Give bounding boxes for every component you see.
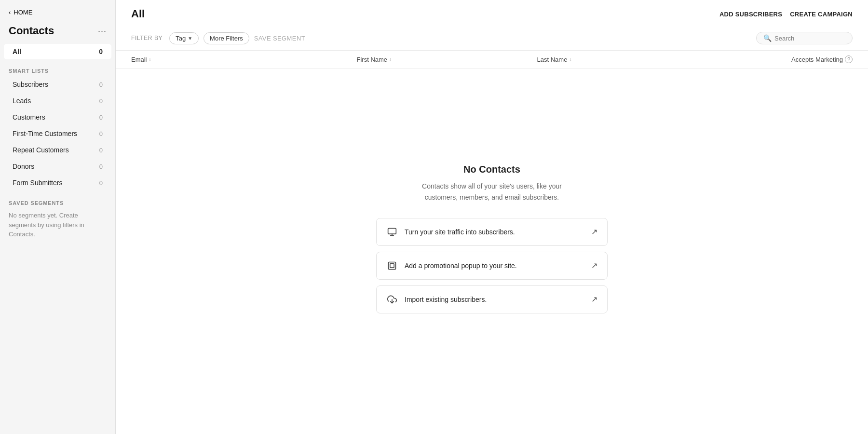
- sidebar-back-label: HOME: [14, 9, 32, 16]
- marketing-column-header: Accepts Marketing ?: [718, 55, 853, 63]
- sidebar-all-count: 0: [99, 48, 103, 55]
- saved-segments-desc: No segments yet. Create segments by usin…: [0, 209, 115, 244]
- search-wrapper: 🔍: [756, 32, 853, 44]
- sidebar-all-label: All: [13, 48, 21, 55]
- lastname-col-label: Last Name: [537, 56, 568, 63]
- empty-state-title: No Contacts: [463, 164, 520, 175]
- sidebar-item-label: First-Time Customers: [13, 130, 77, 137]
- back-chevron-icon: ‹: [9, 9, 11, 16]
- tag-filter-label: Tag: [176, 35, 186, 42]
- empty-state-description: Contacts show all of your site's users, …: [410, 181, 574, 203]
- marketing-col-label: Accepts Marketing: [791, 56, 843, 63]
- action-card-monitor-icon[interactable]: Turn your site traffic into subscribers.…: [376, 218, 608, 246]
- action-card-left: Add a promotional popup to your site.: [386, 261, 517, 271]
- action-card-left: Import existing subscribers.: [386, 295, 487, 304]
- search-icon: 🔍: [763, 34, 772, 42]
- sidebar-menu-icon[interactable]: ···: [98, 26, 107, 36]
- table-header: Email ↕ First Name ↕ Last Name ↕ Accepts…: [116, 51, 868, 68]
- saved-segments-label: SAVED SEGMENTS: [0, 191, 115, 209]
- sidebar-item-count: 0: [99, 163, 103, 170]
- sidebar-title: Contacts: [9, 25, 54, 37]
- main-content: All ADD SUBSCRIBERS CREATE CAMPAIGN FILT…: [116, 0, 868, 434]
- search-input[interactable]: [774, 35, 845, 42]
- sidebar-item-first-time-customers[interactable]: First-Time Customers0: [4, 126, 111, 141]
- more-filters-button[interactable]: More Filters: [203, 32, 249, 44]
- sidebar-item-label: Form Submitters: [13, 179, 62, 187]
- import-icon: [386, 295, 398, 304]
- email-sort-icon[interactable]: ↕: [149, 57, 151, 62]
- action-card-popup-icon[interactable]: Add a promotional popup to your site. ↗: [376, 252, 608, 280]
- sidebar-item-repeat-customers[interactable]: Repeat Customers0: [4, 142, 111, 158]
- smart-lists-container: Subscribers0Leads0Customers0First-Time C…: [0, 77, 115, 191]
- action-card-import-icon[interactable]: Import existing subscribers. ↗: [376, 285, 608, 313]
- sidebar-item-label: Donors: [13, 163, 34, 170]
- sidebar-all-item[interactable]: All 0: [4, 44, 111, 59]
- sidebar-back-link[interactable]: ‹ HOME: [0, 0, 115, 21]
- sidebar-item-count: 0: [99, 97, 103, 105]
- tag-chevron-icon: ▼: [188, 36, 192, 41]
- topbar-actions: ADD SUBSCRIBERS CREATE CAMPAIGN: [719, 9, 853, 20]
- action-cards-container: Turn your site traffic into subscribers.…: [376, 218, 608, 319]
- sidebar-item-label: Subscribers: [13, 81, 48, 88]
- action-card-arrow-icon: ↗: [591, 227, 597, 236]
- marketing-help-icon[interactable]: ?: [845, 55, 853, 63]
- tag-filter-button[interactable]: Tag ▼: [169, 32, 199, 44]
- sidebar-item-count: 0: [99, 81, 103, 88]
- sidebar-item-leads[interactable]: Leads0: [4, 93, 111, 108]
- sidebar-item-label: Repeat Customers: [13, 146, 69, 154]
- firstname-column-header: First Name ↕: [357, 56, 537, 63]
- sidebar-item-label: Customers: [13, 113, 45, 121]
- action-card-left: Turn your site traffic into subscribers.: [386, 227, 515, 237]
- action-card-arrow-icon: ↗: [591, 261, 597, 270]
- topbar: All ADD SUBSCRIBERS CREATE CAMPAIGN: [116, 0, 868, 26]
- email-column-header: Email ↕: [131, 56, 357, 63]
- firstname-sort-icon[interactable]: ↕: [389, 57, 392, 62]
- sidebar-item-count: 0: [99, 114, 103, 121]
- action-card-label: Turn your site traffic into subscribers.: [405, 228, 515, 236]
- smart-lists-section-label: SMART LISTS: [0, 61, 115, 77]
- sidebar-header: Contacts ···: [0, 21, 115, 44]
- sidebar-item-donors[interactable]: Donors0: [4, 159, 111, 174]
- sidebar-item-subscribers[interactable]: Subscribers0: [4, 77, 111, 92]
- action-card-arrow-icon: ↗: [591, 295, 597, 304]
- empty-state: No Contacts Contacts show all of your si…: [116, 68, 868, 434]
- create-campaign-button[interactable]: CREATE CAMPAIGN: [790, 9, 853, 20]
- save-segment-button[interactable]: SAVE SEGMENT: [254, 35, 305, 42]
- action-card-label: Import existing subscribers.: [405, 296, 487, 303]
- add-subscribers-button[interactable]: ADD SUBSCRIBERS: [719, 9, 782, 20]
- sidebar-item-label: Leads: [13, 97, 31, 105]
- sidebar: ‹ HOME Contacts ··· All 0 SMART LISTS Su…: [0, 0, 116, 434]
- sidebar-item-customers[interactable]: Customers0: [4, 109, 111, 125]
- action-card-label: Add a promotional popup to your site.: [405, 262, 517, 270]
- sidebar-item-count: 0: [99, 179, 103, 187]
- svg-rect-4: [390, 264, 394, 268]
- monitor-icon: [386, 227, 398, 237]
- page-title: All: [131, 8, 145, 20]
- popup-icon: [386, 261, 398, 271]
- filter-by-label: FILTER BY: [131, 35, 163, 41]
- svg-rect-3: [389, 262, 396, 269]
- filterbar: FILTER BY Tag ▼ More Filters SAVE SEGMEN…: [116, 26, 868, 51]
- sidebar-item-count: 0: [99, 130, 103, 137]
- sidebar-item-count: 0: [99, 147, 103, 154]
- lastname-sort-icon[interactable]: ↕: [569, 57, 571, 62]
- lastname-column-header: Last Name ↕: [537, 56, 718, 63]
- sidebar-item-form-submitters[interactable]: Form Submitters0: [4, 175, 111, 190]
- email-col-label: Email: [131, 56, 147, 63]
- svg-rect-0: [388, 228, 396, 234]
- firstname-col-label: First Name: [357, 56, 388, 63]
